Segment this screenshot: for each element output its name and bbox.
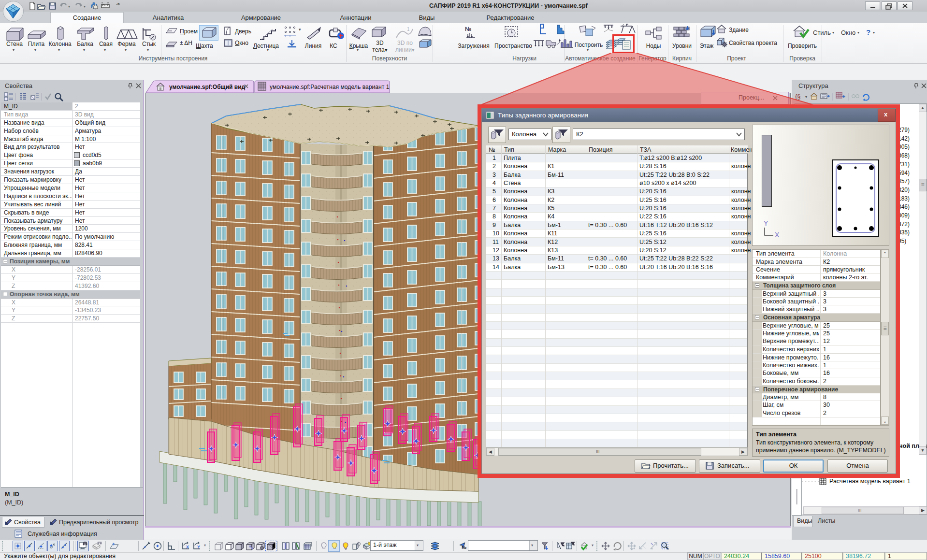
- svg-text:X: X: [775, 231, 780, 239]
- svg-text:Y: Y: [197, 545, 200, 549]
- svg-text:умолчание.spf:Расчетная модель: умолчание.spf:Расчетная модель вариант 1: [270, 84, 390, 90]
- svg-text:Y: Y: [764, 220, 768, 227]
- svg-text:X: X: [186, 545, 189, 549]
- svg-text:№: №: [462, 545, 466, 550]
- svg-text:1: 1: [407, 27, 410, 32]
- svg-text:x: x: [506, 28, 507, 30]
- svg-text:№: №: [465, 26, 471, 32]
- svg-text:умолчание.spf:Общий вид: умолчание.spf:Общий вид: [169, 84, 246, 90]
